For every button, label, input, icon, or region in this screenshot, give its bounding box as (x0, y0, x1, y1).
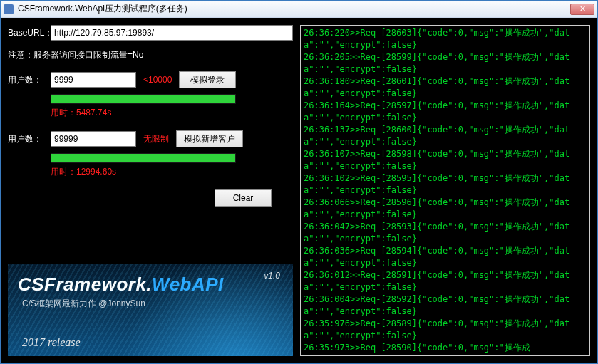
note-text: 注意：服务器访问接口限制流量=No (8, 49, 293, 61)
addcust-elapsed-value: 12994.60s (76, 167, 116, 177)
login-elapsed: 用时：5487.74s (51, 107, 293, 119)
addcust-elapsed-label: 用时： (51, 167, 76, 177)
close-icon: ✕ (579, 4, 586, 14)
login-row: 用户数： <10000 模拟登录 (8, 71, 293, 88)
login-users-label: 用户数： (8, 74, 51, 86)
login-limit: <10000 (143, 75, 172, 85)
banner-subtitle: C/S框架网最新力作 @JonnySun (22, 298, 145, 310)
client-area: BaseURL： 注意：服务器访问接口限制流量=No 用户数： <10000 模… (1, 18, 597, 363)
banner-version: v1.0 (264, 271, 280, 281)
titlebar[interactable]: CSFramework.WebApi压力测试程序(多任务) ✕ (1, 1, 597, 18)
login-elapsed-value: 5487.74s (76, 108, 111, 118)
login-button[interactable]: 模拟登录 (179, 71, 236, 88)
login-progress-fill (51, 95, 235, 103)
addcust-limit: 无限制 (143, 133, 169, 145)
login-progress (51, 94, 236, 104)
banner-release: 2017 release (22, 336, 81, 349)
addcust-row: 用户数： 无限制 模拟新增客户 (8, 130, 293, 147)
baseurl-row: BaseURL： (8, 25, 293, 41)
addcust-users-input[interactable] (51, 131, 136, 147)
log-panel[interactable]: 26:36:220>>Req-[28603]{"code":0,"msg":"操… (300, 25, 590, 356)
banner-title-web: WebAPI (152, 274, 224, 295)
login-elapsed-label: 用时： (51, 108, 76, 118)
banner-title-cs: CSFramework. (18, 274, 152, 295)
window-title: CSFramework.WebApi压力测试程序(多任务) (18, 3, 570, 15)
baseurl-input[interactable] (51, 25, 293, 41)
addcust-progress-fill (51, 154, 235, 162)
addcust-users-label: 用户数： (8, 133, 51, 145)
addcust-button[interactable]: 模拟新增客户 (176, 130, 243, 147)
clear-button[interactable]: Clear (215, 189, 272, 207)
baseurl-label: BaseURL： (8, 27, 51, 39)
close-button[interactable]: ✕ (570, 4, 594, 15)
clear-row: Clear (8, 189, 293, 207)
left-panel: BaseURL： 注意：服务器访问接口限制流量=No 用户数： <10000 模… (8, 25, 293, 356)
banner-title: CSFramework.WebAPI (18, 274, 224, 296)
login-users-input[interactable] (51, 72, 136, 88)
log-output: 26:36:220>>Req-[28603]{"code":0,"msg":"操… (304, 27, 587, 354)
banner: CSFramework.WebAPI v1.0 C/S框架网最新力作 @Jonn… (8, 264, 293, 356)
app-window: CSFramework.WebApi压力测试程序(多任务) ✕ BaseURL：… (0, 0, 598, 364)
addcust-progress (51, 153, 236, 163)
addcust-elapsed: 用时：12994.60s (51, 166, 293, 178)
app-icon (4, 4, 14, 14)
